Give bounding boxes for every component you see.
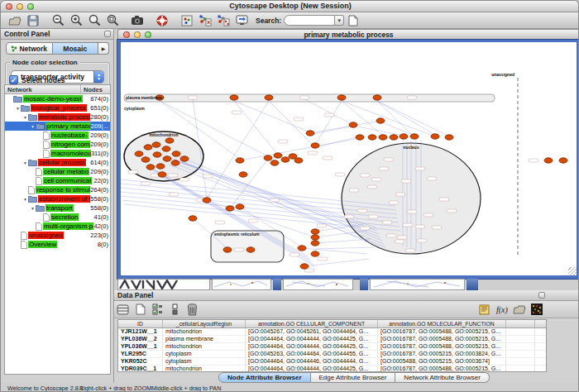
table-cell	[506, 336, 535, 342]
zoom-region-icon	[107, 14, 119, 26]
node-label-pill	[335, 173, 345, 176]
network-window-titlebar[interactable]: primary metabolic process	[117, 29, 579, 40]
tree-column-nodes[interactable]: Nodes	[81, 85, 110, 93]
zoom-fit-button[interactable]	[85, 13, 103, 28]
annotation-button[interactable]	[178, 13, 196, 28]
search-dropdown-icon[interactable]: ▼	[335, 15, 344, 26]
select-nodes-checkbox[interactable]: ✓	[9, 75, 18, 84]
search-input[interactable]	[284, 15, 335, 26]
tree-expand-icon[interactable]: ▼	[15, 106, 21, 111]
tree-row[interactable]: ▼metabolic process280(0)	[5, 112, 110, 122]
zoom-out-button[interactable]	[49, 13, 67, 28]
tree-expand-icon[interactable]: ▼	[22, 115, 28, 120]
network-node	[300, 264, 309, 269]
table-column-header[interactable]: annotation.GO MOLECULAR_FUNCTION	[378, 320, 506, 327]
node-label-pill	[368, 215, 378, 218]
control-panel: Control Panel NetworkMosaic▶ Node color …	[1, 29, 114, 383]
tree-row[interactable]: Overview8(0)	[5, 240, 110, 249]
network-canvas[interactable]: plasma membranecytoplasmmitochondrionnuc…	[121, 42, 577, 275]
table-cell: [GO:0016787, GO:0005488, GO:0005215, G..…	[378, 336, 506, 342]
tree-row[interactable]: mosaic-demo-yeast874(0)	[5, 94, 110, 103]
tree-row[interactable]: nucleobase-209(0)	[5, 131, 110, 140]
help-button[interactable]	[153, 13, 171, 28]
tree-expand-icon[interactable]: ▼	[30, 206, 36, 211]
tree-row-label: Overview	[28, 241, 57, 248]
tree-row[interactable]: ▼biological_process651(0)	[5, 103, 110, 112]
tree-row[interactable]: ▼cellular process614(0)	[5, 158, 110, 167]
dropdown-stepper-icon[interactable]: ▲▼	[93, 71, 103, 83]
snapshot-button[interactable]	[128, 13, 146, 28]
import-attributes-button[interactable]	[510, 302, 528, 317]
tree-column-network[interactable]: Network	[5, 85, 81, 93]
tree-row[interactable]: cellular metabo209(0)	[5, 167, 110, 176]
attribute-select-button[interactable]	[114, 302, 132, 317]
import-network-button[interactable]	[232, 13, 251, 28]
network-tree-header: Network Nodes	[5, 85, 110, 94]
tree-expand-icon[interactable]: ▼	[22, 197, 28, 202]
tab-overflow-icon[interactable]: ▶	[98, 42, 109, 55]
app-titlebar[interactable]: Cytoscape Desktop (New Session)	[1, 1, 579, 12]
table-column-header[interactable]: _cellularLayoutRegion	[163, 320, 246, 327]
tab-network-attribute-browser[interactable]: Network Attribute Browser	[395, 372, 489, 383]
open-file-button[interactable]	[6, 13, 24, 28]
float-panel-icon[interactable]	[104, 31, 111, 37]
tab-mosaic[interactable]: Mosaic	[53, 42, 99, 55]
net-paste-icon	[217, 14, 230, 26]
node-label-pill	[304, 269, 314, 272]
tab-node-attribute-browser[interactable]: Node Attribute Browser	[218, 372, 311, 383]
tab-network[interactable]: Network	[6, 42, 53, 55]
search-options-button[interactable]	[344, 13, 362, 28]
edge	[310, 121, 380, 133]
tree-row[interactable]: macromolecule311(0)	[5, 149, 110, 158]
tab-edge-attribute-browser[interactable]: Edge Attribute Browser	[311, 372, 396, 383]
tree-row[interactable]: nitrogen compo209(0)	[5, 140, 110, 149]
tree-row-count: 223(0)	[90, 232, 110, 239]
tree-row-count: 558(0)	[90, 204, 110, 212]
save-session-button[interactable]	[24, 13, 42, 28]
paste-network-button[interactable]	[214, 13, 232, 28]
tree-row[interactable]: cell communicat22(0)	[5, 176, 110, 185]
node-label-pill	[360, 227, 370, 230]
edge	[353, 126, 404, 136]
tree-row[interactable]: response to stimulu264(0)	[5, 185, 110, 194]
tree-row[interactable]: ▼primary metabo209(...	[5, 122, 110, 131]
copy-network-button[interactable]	[196, 13, 214, 28]
delete-attribute-button[interactable]	[184, 302, 201, 317]
tree-row[interactable]: unassigned223(0)	[5, 231, 110, 240]
background-window-preview	[283, 279, 353, 290]
zoom-fit-icon	[89, 14, 101, 26]
tree-row[interactable]: multi-organism pro42(0)	[5, 222, 110, 231]
node-label-pill	[299, 96, 309, 99]
table-row[interactable]: YPL036W__2plasma membrane[GO:0044464, GO…	[118, 336, 546, 343]
create-attribute-button[interactable]	[132, 302, 149, 317]
table-row[interactable]: YJR121W__1mitochondrion[GO:0045267, GO:0…	[118, 328, 546, 336]
tree-expand-icon[interactable]: ▼	[22, 160, 28, 165]
tree-row[interactable]: secretion41(0)	[5, 213, 110, 222]
page-icon	[36, 168, 42, 176]
float-panel-icon[interactable]	[538, 292, 545, 299]
table-column-header[interactable]: annotation.GO CELLULAR_COMPONENT	[246, 320, 378, 327]
select-attributes-button[interactable]	[149, 302, 166, 317]
background-window-titlebar	[273, 279, 281, 290]
function-builder-button[interactable]: f(x)	[493, 302, 510, 317]
table-row[interactable]: YPL036W__1mitochondrion[GO:0044464, GO:0…	[118, 343, 546, 351]
folder-icon	[28, 113, 37, 121]
table-row[interactable]: YLR295Ccytoplasm[GO:0045263, GO:0044464,…	[118, 351, 546, 358]
matrix-button[interactable]	[528, 302, 545, 317]
folder-icon	[28, 195, 37, 203]
edge	[234, 101, 310, 132]
table-row[interactable]: YKR052Ccytoplasm[GO:0044464, GO:0044446,…	[118, 358, 546, 366]
table-row[interactable]: YDR039C__1mitochondrion[GO:0044464, GO:0…	[118, 366, 546, 372]
unselect-attributes-button[interactable]	[166, 302, 184, 317]
tree-expand-icon[interactable]: ▼	[30, 124, 36, 129]
table-column-header[interactable]: ID	[118, 320, 163, 327]
tree-row[interactable]: ▼transport558(0)	[5, 203, 110, 213]
attribute-editor-button[interactable]	[476, 302, 493, 317]
resize-grip-icon[interactable]	[568, 267, 577, 275]
zoom-selected-button[interactable]	[103, 13, 122, 28]
zoom-in-button[interactable]	[67, 13, 85, 28]
node-label-pill	[168, 174, 178, 177]
network-node	[158, 172, 166, 177]
data-panel: Data Panel f(x) ID_cellularLayoutRegiona…	[114, 290, 579, 383]
tree-row[interactable]: ▼establishment of lo558(0)	[5, 194, 110, 203]
